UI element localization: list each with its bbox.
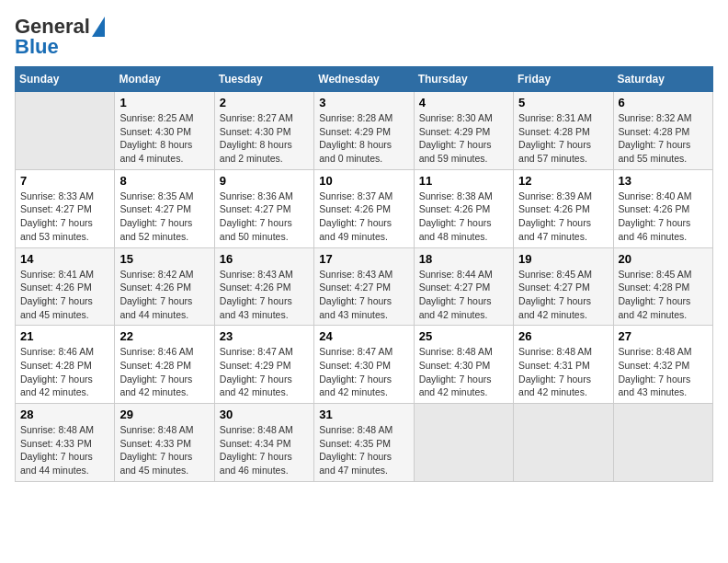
calendar-cell: 24Sunrise: 8:47 AMSunset: 4:30 PMDayligh… [314,326,414,404]
cell-info-text: Sunrise: 8:39 AM [518,190,608,203]
calendar-cell: 22Sunrise: 8:46 AMSunset: 4:28 PMDayligh… [115,326,214,404]
cell-info-text: and 42 minutes. [119,385,209,399]
cell-info-text: Sunset: 4:29 PM [319,125,408,139]
calendar-cell: 10Sunrise: 8:37 AMSunset: 4:26 PMDayligh… [314,169,414,247]
cell-info-text: Daylight: 8 hours [220,138,309,152]
cell-info-text: Sunset: 4:26 PM [220,281,309,294]
cell-info-text: Daylight: 7 hours [619,373,708,386]
cell-date-number: 14 [20,252,109,266]
cell-info-text: Sunset: 4:26 PM [119,281,209,294]
calendar-cell [514,404,613,482]
calendar-cell: 9Sunrise: 8:36 AMSunset: 4:27 PMDaylight… [214,169,313,247]
cell-info-text: Sunrise: 8:47 AM [220,345,309,359]
cell-info-text: Sunrise: 8:48 AM [419,345,508,359]
cell-info-text: Sunset: 4:30 PM [319,359,408,373]
cell-info-text: Daylight: 8 hours [119,138,209,152]
calendar-cell: 15Sunrise: 8:42 AMSunset: 4:26 PMDayligh… [115,247,214,326]
cell-date-number: 1 [119,96,209,109]
cell-info-text: Daylight: 7 hours [20,294,109,308]
cell-info-text: Sunset: 4:26 PM [20,281,109,294]
cell-info-text: Daylight: 7 hours [20,216,109,230]
cell-info-text: Sunset: 4:27 PM [518,281,608,294]
cell-date-number: 26 [518,329,608,343]
cell-date-number: 30 [220,408,309,421]
cell-date-number: 9 [220,174,309,188]
cell-info-text: and 42 minutes. [518,308,608,322]
calendar-cell: 19Sunrise: 8:45 AMSunset: 4:27 PMDayligh… [514,247,613,326]
cell-info-text: Daylight: 7 hours [319,450,408,464]
cell-info-text: Sunrise: 8:45 AM [518,268,608,282]
cell-info-text: Daylight: 7 hours [319,294,408,308]
cell-info-text: Daylight: 7 hours [619,294,708,308]
cell-info-text: Sunrise: 8:46 AM [119,345,209,359]
cell-info-text: Sunset: 4:28 PM [119,359,209,373]
calendar-cell: 30Sunrise: 8:48 AMSunset: 4:34 PMDayligh… [214,404,313,482]
cell-date-number: 23 [220,329,309,343]
cell-date-number: 27 [619,329,708,343]
calendar-cell: 3Sunrise: 8:28 AMSunset: 4:29 PMDaylight… [314,92,414,170]
calendar-cell: 29Sunrise: 8:48 AMSunset: 4:33 PMDayligh… [115,404,214,482]
cell-info-text: Daylight: 7 hours [119,216,209,230]
cell-info-text: Sunrise: 8:28 AM [319,111,408,125]
calendar-cell: 6Sunrise: 8:32 AMSunset: 4:28 PMDaylight… [613,92,712,170]
cell-date-number: 11 [419,174,508,188]
cell-info-text: and 48 minutes. [419,230,508,244]
cell-info-text: Sunrise: 8:42 AM [119,268,209,282]
cell-info-text: and 43 minutes. [220,308,309,322]
cell-info-text: Sunrise: 8:41 AM [20,268,109,282]
cell-info-text: Daylight: 7 hours [419,294,508,308]
cell-date-number: 2 [220,96,309,109]
cell-info-text: Sunrise: 8:48 AM [319,423,408,437]
cell-info-text: Sunrise: 8:43 AM [220,268,309,282]
cell-info-text: and 44 minutes. [119,308,209,322]
cell-date-number: 28 [20,408,109,421]
calendar-cell [414,404,513,482]
cell-date-number: 5 [518,96,608,109]
cell-info-text: and 47 minutes. [518,230,608,244]
cell-info-text: Sunrise: 8:33 AM [20,190,109,203]
cell-info-text: Sunrise: 8:25 AM [119,111,209,125]
cell-info-text: Daylight: 7 hours [319,373,408,386]
cell-info-text: and 46 minutes. [619,230,708,244]
cell-info-text: Sunrise: 8:40 AM [619,190,708,203]
cell-info-text: Sunset: 4:27 PM [319,281,408,294]
cell-info-text: Sunset: 4:27 PM [20,202,109,216]
cell-info-text: Sunrise: 8:45 AM [619,268,708,282]
cell-info-text: Sunrise: 8:27 AM [220,111,309,125]
cell-info-text: Sunset: 4:30 PM [419,359,508,373]
header-tuesday: Tuesday [214,67,313,92]
page-header: General Blue [15,15,713,59]
cell-info-text: and 52 minutes. [119,230,209,244]
calendar-cell: 26Sunrise: 8:48 AMSunset: 4:31 PMDayligh… [514,326,613,404]
cell-info-text: Sunset: 4:28 PM [619,125,708,139]
cell-info-text: and 42 minutes. [419,308,508,322]
calendar-cell: 23Sunrise: 8:47 AMSunset: 4:29 PMDayligh… [214,326,313,404]
header-saturday: Saturday [613,67,712,92]
calendar-cell: 14Sunrise: 8:41 AMSunset: 4:26 PMDayligh… [16,247,115,326]
cell-info-text: Daylight: 7 hours [220,450,309,464]
calendar-cell: 20Sunrise: 8:45 AMSunset: 4:28 PMDayligh… [613,247,712,326]
calendar-cell [613,404,712,482]
cell-date-number: 13 [619,174,708,188]
cell-info-text: Sunrise: 8:48 AM [20,423,109,437]
cell-info-text: Sunset: 4:27 PM [119,202,209,216]
cell-info-text: and 42 minutes. [319,385,408,399]
cell-date-number: 21 [20,329,109,343]
calendar-week-row: 14Sunrise: 8:41 AMSunset: 4:26 PMDayligh… [16,247,713,326]
calendar-table: SundayMondayTuesdayWednesdayThursdayFrid… [15,66,713,482]
cell-info-text: Sunset: 4:27 PM [220,202,309,216]
cell-date-number: 8 [119,174,209,188]
cell-info-text: Sunrise: 8:46 AM [20,345,109,359]
header-sunday: Sunday [16,67,115,92]
cell-info-text: Daylight: 7 hours [619,216,708,230]
cell-info-text: and 50 minutes. [220,230,309,244]
cell-info-text: Sunrise: 8:48 AM [619,345,708,359]
calendar-cell: 31Sunrise: 8:48 AMSunset: 4:35 PMDayligh… [314,404,414,482]
cell-date-number: 18 [419,252,508,266]
cell-info-text: and 42 minutes. [419,385,508,399]
calendar-cell: 16Sunrise: 8:43 AMSunset: 4:26 PMDayligh… [214,247,313,326]
cell-info-text: and 42 minutes. [619,308,708,322]
cell-info-text: Daylight: 7 hours [518,294,608,308]
cell-info-text: and 43 minutes. [619,385,708,399]
calendar-cell: 27Sunrise: 8:48 AMSunset: 4:32 PMDayligh… [613,326,712,404]
